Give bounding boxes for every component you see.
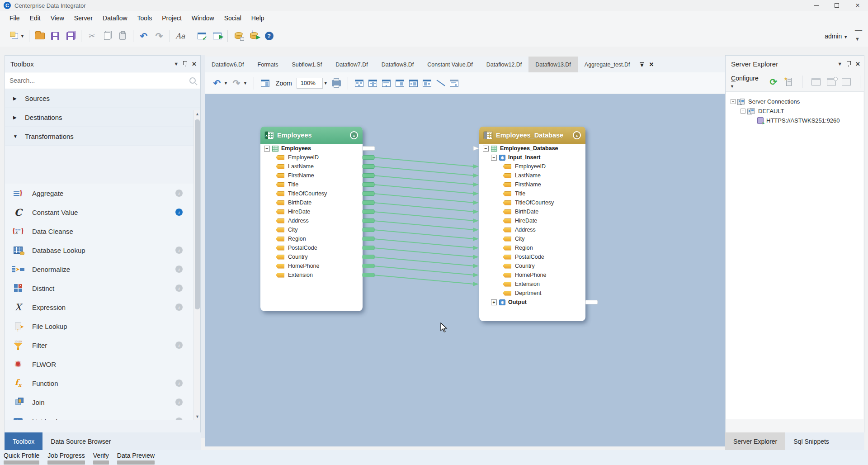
output-port-postalcode[interactable] — [363, 246, 374, 250]
output-port-hiredate[interactable] — [363, 210, 374, 214]
collapse-all-icon[interactable] — [394, 77, 406, 89]
node-employees-database-header[interactable]: Employees_Database▲ — [479, 127, 585, 144]
panel-tab-server-explorer[interactable]: Server Explorer — [725, 432, 785, 450]
toolbox-item-database-lookup[interactable]: Database Lookupi — [5, 241, 194, 260]
tab-dataflow7-df[interactable]: Dataflow7.Df — [329, 57, 375, 72]
redo-icon[interactable]: ↷ — [152, 30, 166, 43]
new-document-icon[interactable]: ▼ — [12, 30, 25, 43]
job-progress-icon[interactable] — [811, 76, 821, 87]
tab-formats[interactable]: Formats — [251, 57, 285, 72]
database-job-icon[interactable] — [231, 30, 245, 43]
server-explorer-close-icon[interactable]: ✕ — [855, 61, 860, 67]
output-port-country[interactable] — [363, 255, 374, 259]
toolbox-item-flwor[interactable]: ✺FLWORi — [5, 355, 194, 374]
straight-link-icon[interactable] — [435, 77, 447, 89]
collapse-minus-icon[interactable]: − — [731, 99, 736, 104]
tree-root-employees-database[interactable]: −Employees_Database — [479, 144, 585, 153]
zoom-dropdown-icon[interactable]: ▼ — [324, 81, 328, 85]
scroll-down-icon[interactable]: ▼ — [194, 413, 201, 420]
print-icon[interactable] — [330, 77, 342, 89]
node-employees-database[interactable]: Employees_Database▲−Employees_Database−✱… — [479, 127, 585, 321]
menu-file[interactable]: File — [5, 12, 25, 24]
toolbox-item-file-lookup[interactable]: ➤↑File Lookupi — [5, 317, 194, 336]
field-row-extension[interactable]: Extension — [479, 280, 585, 289]
output-port-region[interactable] — [363, 237, 374, 241]
toolbox-section-destinations[interactable]: ▶Destinations — [5, 108, 200, 127]
field-row-country[interactable]: Country — [260, 252, 363, 261]
tab-scroll-icon[interactable]: ▼ — [640, 62, 645, 67]
auto-layout-icon[interactable] — [259, 77, 271, 89]
field-row-city[interactable]: City — [260, 225, 363, 234]
toolbox-pin-icon[interactable] — [183, 61, 187, 65]
align-left-icon[interactable] — [408, 77, 420, 89]
server-tree-item-https-astwks251-9260[interactable]: HTTPS://ASTWKS251:9260 — [726, 116, 863, 125]
field-row-homephone[interactable]: HomePhone — [260, 261, 363, 270]
field-row-title[interactable]: Title — [479, 189, 585, 198]
info-icon[interactable]: i — [175, 418, 183, 420]
field-row-address[interactable]: Address — [260, 216, 363, 225]
undo-icon[interactable]: ↶ — [211, 77, 223, 89]
info-icon[interactable]: i — [175, 285, 183, 292]
tab-dataflow8-df[interactable]: Dataflow8.Df — [375, 57, 421, 72]
field-row-title[interactable]: Title — [260, 180, 363, 189]
redo-icon[interactable]: ↷ — [231, 77, 242, 89]
expand-all-icon[interactable] — [381, 77, 392, 89]
output-port-employeeid[interactable] — [363, 156, 374, 160]
tab-aggregate-test-df[interactable]: Aggregate_test.Df — [578, 57, 637, 72]
layout-horizontal-icon[interactable] — [354, 77, 365, 89]
toolbox-section-sources[interactable]: ▶Sources — [5, 89, 200, 108]
dataflow-canvas[interactable]: xEmployees▲−EmployeesEmployeeIDLastNameF… — [205, 94, 725, 446]
menu-dataflow[interactable]: Dataflow — [98, 12, 132, 24]
menu-window[interactable]: Window — [187, 12, 219, 24]
menu-help[interactable]: Help — [246, 12, 269, 24]
toolbox-item-distinct[interactable]: ✕Distincti — [5, 279, 194, 298]
font-icon[interactable]: Aa — [174, 30, 187, 43]
field-row-deprtment[interactable]: Deprtment — [479, 289, 585, 298]
field-row-homephone[interactable]: HomePhone — [479, 270, 585, 280]
verify-window-icon[interactable]: ✓ — [195, 30, 208, 43]
expand-plus-icon[interactable]: + — [491, 299, 497, 305]
field-row-birthdate[interactable]: BirthDate — [479, 207, 585, 216]
tree-root-employees[interactable]: −Employees — [260, 144, 363, 153]
panel-tab-sql-snippets[interactable]: Sql Snippets — [785, 432, 837, 450]
output-port-title[interactable] — [363, 183, 374, 187]
tree-node-output[interactable]: +✱Output — [479, 298, 585, 307]
save-all-icon[interactable] — [64, 30, 77, 43]
open-folder-icon[interactable] — [33, 30, 47, 43]
toolbox-item-constant-value[interactable]: CConstant Valuei — [5, 203, 194, 222]
field-row-lastname[interactable]: LastName — [260, 162, 363, 171]
node-employees-header[interactable]: xEmployees▲ — [260, 127, 363, 144]
info-icon[interactable]: i — [175, 247, 183, 254]
menu-view[interactable]: View — [46, 12, 69, 24]
node-employees[interactable]: xEmployees▲−EmployeesEmployeeIDLastNameF… — [260, 127, 363, 311]
field-row-country[interactable]: Country — [479, 261, 585, 270]
menu-project[interactable]: Project — [157, 12, 187, 24]
server-tree-item-default[interactable]: −DEFAULT — [726, 106, 863, 116]
server-explorer-pin-icon[interactable] — [847, 61, 851, 65]
tab-close-icon[interactable]: ✕ — [649, 61, 654, 68]
output-port-homephone[interactable] — [363, 264, 374, 268]
toolbox-item-data-cleanse[interactable]: {▪▪▪x}Data Cleansei — [5, 222, 194, 241]
output-port-address[interactable] — [363, 219, 374, 223]
collapse-minus-icon[interactable]: − — [264, 146, 270, 152]
output-port-titleofcourtesy[interactable] — [363, 192, 374, 196]
info-icon[interactable]: i — [175, 399, 183, 406]
field-row-extension[interactable]: Extension — [260, 270, 363, 280]
scroll-up-icon[interactable]: ▲ — [194, 110, 201, 118]
server-explorer-menu-icon[interactable]: ▼ — [837, 61, 842, 66]
toolbox-section-transformations[interactable]: ▼Transformations — [5, 127, 200, 146]
redo-dropdown-icon[interactable]: ▼ — [243, 81, 247, 85]
panel-splitter[interactable] — [201, 55, 205, 438]
field-row-titleofcourtesy[interactable]: TitleOfCourtesy — [479, 198, 585, 207]
field-row-employeeid[interactable]: EmployeeID — [479, 162, 585, 171]
status-data-preview[interactable]: Data Preview — [117, 452, 155, 465]
field-row-region[interactable]: Region — [260, 234, 363, 243]
collapse-minus-icon[interactable]: − — [741, 109, 745, 114]
cut-icon[interactable]: ✂ — [85, 30, 99, 43]
menu-tools[interactable]: Tools — [132, 12, 157, 24]
preview-window-icon[interactable] — [448, 77, 460, 89]
toolbox-menu-icon[interactable]: ▼ — [174, 61, 179, 66]
paste-icon[interactable] — [116, 30, 129, 43]
undo-dropdown-icon[interactable]: ▼ — [224, 81, 228, 85]
collapse-node-icon[interactable]: ▲ — [573, 131, 581, 139]
